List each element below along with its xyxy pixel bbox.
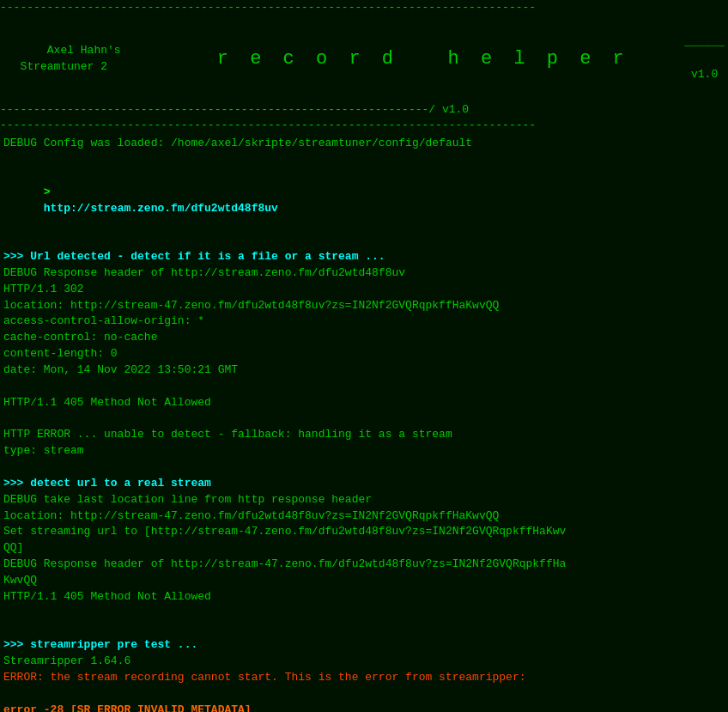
type-stream-line: type: stream <box>3 443 725 459</box>
http-302-line: HTTP/1.1 302 <box>3 282 725 298</box>
header-bottom-border: ----------------------------------------… <box>0 102 728 135</box>
date-line: date: Mon, 14 Nov 2022 13:50:21 GMT <box>3 362 725 379</box>
http-error-line: HTTP ERROR ... unable to detect - fallba… <box>3 427 725 443</box>
blank-line-5 <box>3 459 725 476</box>
app-subtitle-text: r e c o r d h e l p e r <box>217 48 629 70</box>
cache-control-line: cache-control: no-cache <box>3 330 725 346</box>
blank-line-7 <box>3 622 725 638</box>
debug-response-line-2b: KwvQQ <box>3 573 725 589</box>
http-405-line-1: HTTP/1.1 405 Method Not Allowed <box>3 395 725 411</box>
debug-response-line-1: DEBUG Response header of http://stream.z… <box>3 265 725 282</box>
blank-line-1 <box>3 152 725 168</box>
header-row: Axel Hahn's Streamtuner 2 r e c o r d h … <box>0 16 728 102</box>
debug-config-line: DEBUG Config was loaded: /home/axel/skri… <box>3 136 725 152</box>
http-405-line-2: HTTP/1.1 405 Method Not Allowed <box>3 589 725 606</box>
content-length-line: content-length: 0 <box>3 346 725 362</box>
top-border: ----------------------------------------… <box>0 0 728 16</box>
terminal-window: ----------------------------------------… <box>0 0 728 712</box>
blank-line-2 <box>3 233 725 249</box>
debug-response-line-2: DEBUG Response header of http://stream-4… <box>3 557 725 573</box>
prompt-symbol: > <box>44 186 58 198</box>
error-code-line: error -28 [SR_ERROR_INVALID_METADATA] <box>3 703 725 712</box>
streamripper-version-line: Streamripper 1.64.6 <box>3 654 725 670</box>
blank-line-3 <box>3 379 725 395</box>
set-streaming-url-line: Set streaming url to [http://stream-47.z… <box>3 524 725 540</box>
location-line-2: location: http://stream-47.zeno.fm/dfu2w… <box>3 508 725 525</box>
access-control-line: access-control-allow-origin: * <box>3 313 725 330</box>
set-streaming-url-cont: QQ] <box>3 540 725 557</box>
input-url: http://stream.zeno.fm/dfu2wtd48f8uv <box>44 202 278 215</box>
url-input-line: > http://stream.zeno.fm/dfu2wtd48f8uv <box>3 168 725 233</box>
debug-take-last-line: DEBUG take last location line from http … <box>3 492 725 508</box>
blank-line-4 <box>3 411 725 428</box>
terminal-content: DEBUG Config was loaded: /home/axel/skri… <box>0 134 728 712</box>
version-label: ______ v1.0 <box>644 19 728 100</box>
version-text: v1.0 <box>684 68 718 81</box>
detect-section-header: >>> Url detected - detect if it is a fil… <box>3 249 725 265</box>
location-line-1: location: http://stream-47.zeno.fm/dfu2w… <box>3 298 725 314</box>
blank-line-6 <box>3 606 725 622</box>
error-line-main: ERROR: the stream recording cannot start… <box>3 670 725 686</box>
streamripper-test-header: >>> streamripper pre test ... <box>3 637 725 654</box>
blank-line-8 <box>3 686 725 703</box>
app-subtitle: r e c o r d h e l p e r <box>103 18 644 100</box>
detect-stream-header: >>> detect url to a real stream <box>3 476 725 492</box>
